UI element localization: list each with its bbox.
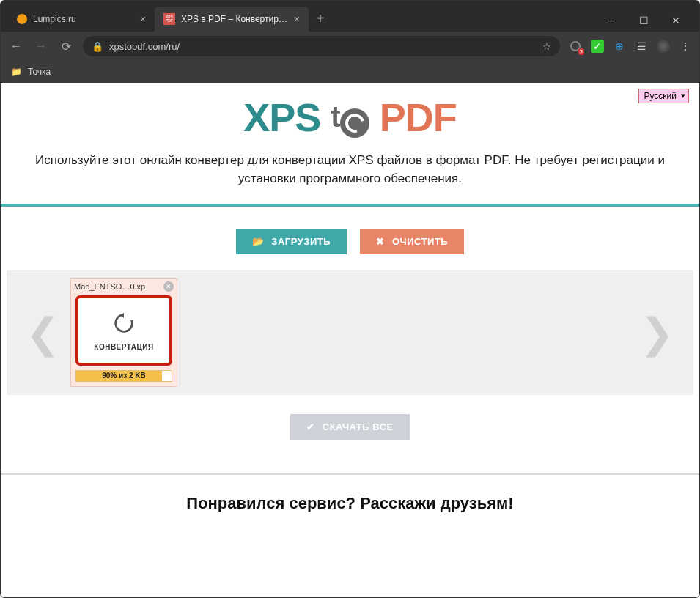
avatar[interactable] xyxy=(657,40,670,53)
folder-open-icon: 📂 xyxy=(252,236,265,247)
logo-t: t xyxy=(331,100,339,133)
new-tab-button[interactable]: + xyxy=(309,10,332,27)
bookmark-item[interactable]: Точка xyxy=(28,67,51,77)
url-text: xpstopdf.com/ru/ xyxy=(109,41,180,52)
check-icon: ✔ xyxy=(306,421,315,432)
star-icon[interactable]: ☆ xyxy=(542,41,551,52)
carousel-prev[interactable]: ❮ xyxy=(21,309,65,357)
download-all-button[interactable]: ✔ СКАЧАТЬ ВСЕ xyxy=(290,414,409,440)
site-logo: XPS t PDF xyxy=(1,83,699,144)
menu-icon[interactable]: ⋮ xyxy=(679,40,692,53)
refresh-icon xyxy=(340,108,369,138)
tab-favicon xyxy=(17,14,27,24)
tab-xpstopdf[interactable]: XPSPDF XPS в PDF – Конвертировать XP × xyxy=(155,7,309,32)
page-subheading: Используйте этот онлайн конвертер для ко… xyxy=(1,144,699,204)
file-name: Map_ENTSO…0.xp xyxy=(74,282,163,291)
address-bar: ← → ⟳ 🔒 xpstopdf.com/ru/ ☆ 3 ✓ ⊕ ☰ ⋮ xyxy=(1,32,699,61)
close-icon[interactable]: × xyxy=(140,13,146,25)
extension-icon[interactable]: ✓ xyxy=(591,40,604,53)
reload-button[interactable]: ⟳ xyxy=(58,40,74,53)
extension-icons: 3 ✓ ⊕ ☰ ⋮ xyxy=(569,40,692,53)
tab-title: XPS в PDF – Конвертировать XP xyxy=(181,14,288,24)
upload-controls: 📂 ЗАГРУЗИТЬ ✖ ОЧИСТИТЬ xyxy=(1,207,699,270)
back-button[interactable]: ← xyxy=(8,40,24,53)
logo-pdf: PDF xyxy=(380,95,457,139)
carousel-next[interactable]: ❯ xyxy=(635,309,679,357)
extension-icon[interactable]: ⊕ xyxy=(613,40,626,53)
tab-favicon: XPSPDF xyxy=(163,13,175,25)
forward-button[interactable]: → xyxy=(33,40,49,53)
close-icon[interactable]: × xyxy=(294,13,300,25)
minimize-button[interactable]: ─ xyxy=(595,10,627,32)
page-content: Русский XPS t PDF Используйте этот онлай… xyxy=(1,83,699,528)
bookmarks-bar: 📁 Точка xyxy=(1,61,699,83)
file-header: Map_ENTSO…0.xp ✕ xyxy=(71,279,177,294)
browser-titlebar: Lumpics.ru × XPSPDF XPS в PDF – Конверти… xyxy=(1,1,699,32)
reading-list-icon[interactable]: ☰ xyxy=(635,40,648,53)
spinner-icon xyxy=(111,311,136,339)
folder-icon: 📁 xyxy=(11,67,22,77)
clear-button[interactable]: ✖ ОЧИСТИТЬ xyxy=(360,229,464,254)
extension-icon[interactable]: 3 xyxy=(569,40,582,53)
language-select[interactable]: Русский xyxy=(638,89,689,103)
download-all-section: ✔ СКАЧАТЬ ВСЕ xyxy=(1,395,699,453)
upload-button[interactable]: 📂 ЗАГРУЗИТЬ xyxy=(236,229,347,254)
logo-xps: XPS xyxy=(243,95,320,139)
tab-lumpics[interactable]: Lumpics.ru × xyxy=(8,7,155,32)
remove-file-button[interactable]: ✕ xyxy=(163,281,174,292)
file-body: КОНВЕРТАЦИЯ xyxy=(75,295,172,366)
progress-row: 90% из 2 KB xyxy=(71,367,177,386)
url-input[interactable]: 🔒 xpstopdf.com/ru/ ☆ xyxy=(83,36,560,56)
window-controls: ─ ☐ ✕ xyxy=(595,10,692,32)
file-carousel: ❮ Map_ENTSO…0.xp ✕ КОНВЕРТАЦИЯ 90% из 2 … xyxy=(7,270,693,395)
tab-title: Lumpics.ru xyxy=(33,14,134,24)
progress-text: 90% из 2 KB xyxy=(76,371,172,381)
close-window-button[interactable]: ✕ xyxy=(660,10,692,32)
progress-bar: 90% из 2 KB xyxy=(75,370,172,382)
close-icon: ✖ xyxy=(376,236,385,247)
maximize-button[interactable]: ☐ xyxy=(627,10,660,32)
lock-icon: 🔒 xyxy=(92,41,103,52)
file-card: Map_ENTSO…0.xp ✕ КОНВЕРТАЦИЯ 90% из 2 KB xyxy=(70,278,177,387)
share-heading: Понравился сервис? Расскажи друзьям! xyxy=(1,475,699,528)
status-label: КОНВЕРТАЦИЯ xyxy=(94,343,153,351)
